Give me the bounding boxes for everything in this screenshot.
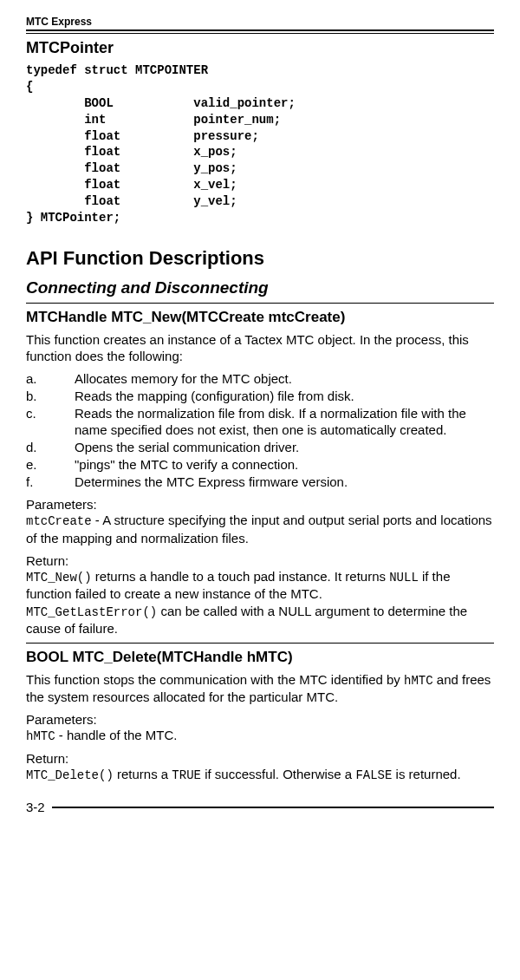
list-item: d. Opens the serial communication driver… [26,439,494,456]
code-inline: TRUE [172,768,201,782]
ordered-list: a. Allocates memory for the MTC object. … [26,370,494,491]
divider [52,807,494,808]
code-inline: FALSE [355,768,392,782]
text: is returned. [392,767,460,781]
list-item: a. Allocates memory for the MTC object. [26,370,494,388]
list-item: c. Reads the normalization file from dis… [26,405,494,440]
parameters-label: Parameters: [26,712,494,727]
divider [26,33,494,34]
list-label: a. [26,370,75,388]
text: returns a [114,767,172,781]
function-heading: MTCHandle MTC_New(MTCCreate mtcCreate) [26,309,494,326]
list-label: f. [26,474,75,491]
text: if successful. Otherwise a [201,767,355,781]
return-label: Return: [26,751,494,766]
text: returns a handle to a touch pad instance… [92,569,390,584]
page-number: 3-2 [26,800,45,814]
text: - handle of the MTC. [55,728,178,742]
paragraph: mtcCreate - A structure specifying the i… [26,512,494,546]
list-item: f. Determines the MTC Express firmware v… [26,474,494,491]
page-footer: 3-2 [26,798,494,814]
code-inline: NULL [389,571,419,585]
paragraph: hMTC - handle of the MTC. [26,727,494,744]
subsection-heading: Connecting and Disconnecting [26,278,494,297]
text: This function stops the communication wi… [26,672,404,687]
code-inline: hMTC [404,674,433,688]
paragraph: This function creates an instance of a T… [26,331,494,365]
list-text: Allocates memory for the MTC object. [75,370,494,388]
divider [26,643,494,644]
code-inline: hMTC [26,729,55,743]
list-text: Reads the normalization file from disk. … [75,405,494,440]
struct-code: typedef struct MTCPOINTER { BOOL valid_p… [26,62,494,226]
list-text: Reads the mapping (configuration) file f… [75,388,494,405]
code-inline: MTC_GetLastError() [26,605,157,619]
code-inline: MTC_Delete() [26,768,114,782]
list-item: e. "pings" the MTC to verify a connectio… [26,456,494,474]
page: MTC Express MTCPointer typedef struct MT… [0,0,520,830]
paragraph: MTC_New() returns a handle to a touch pa… [26,568,494,637]
code-inline: mtcCreate [26,514,92,528]
paragraph: MTC_Delete() returns a TRUE if successfu… [26,766,494,783]
parameters-label: Parameters: [26,497,494,512]
list-text: Determines the MTC Express firmware vers… [75,474,494,491]
text: - A structure specifying the input and o… [26,513,492,545]
struct-title: MTCPointer [26,39,494,57]
running-head: MTC Express [26,16,494,28]
list-label: b. [26,388,75,405]
list-text: Opens the serial communication driver. [75,439,494,456]
list-text: "pings" the MTC to verify a connection. [75,456,494,474]
function-heading: BOOL MTC_Delete(MTCHandle hMTC) [26,649,494,666]
list-label: c. [26,405,75,440]
return-label: Return: [26,553,494,568]
list-item: b. Reads the mapping (configuration) fil… [26,388,494,405]
divider [26,29,494,31]
list-label: e. [26,456,75,474]
paragraph: This function stops the communication wi… [26,671,494,706]
list-label: d. [26,439,75,456]
section-heading: API Function Descriptions [26,247,494,270]
code-inline: MTC_New() [26,571,92,585]
divider [26,303,494,304]
